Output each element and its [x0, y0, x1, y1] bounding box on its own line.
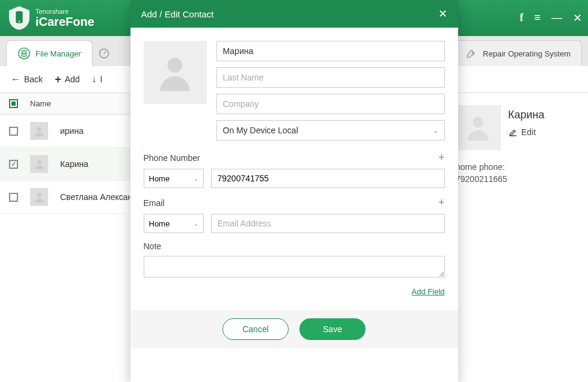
- modal-footer: Cancel Save: [130, 310, 458, 348]
- email-type-select[interactable]: Home⌄: [144, 214, 204, 233]
- modal-overlay: Add / Edit Contact ✕ On My Device Local …: [0, 0, 588, 382]
- email-section-label: Email +: [144, 196, 445, 209]
- svg-point-12: [168, 58, 183, 73]
- email-value-field[interactable]: [211, 214, 445, 233]
- modal-close-icon[interactable]: ✕: [438, 7, 447, 20]
- modal-avatar[interactable]: [144, 41, 207, 104]
- last-name-field[interactable]: [216, 67, 445, 88]
- chevron-down-icon: ⌄: [194, 220, 198, 227]
- location-select[interactable]: On My Device Local ⌄: [216, 120, 445, 141]
- add-field-link[interactable]: Add Field: [412, 287, 445, 296]
- add-phone-icon[interactable]: +: [438, 151, 445, 164]
- edit-contact-modal: Add / Edit Contact ✕ On My Device Local …: [130, 0, 458, 382]
- chevron-down-icon: ⌄: [194, 175, 198, 182]
- phone-type-select[interactable]: Home⌄: [144, 169, 204, 188]
- first-name-field[interactable]: [216, 41, 445, 61]
- note-field[interactable]: [144, 256, 445, 277]
- company-field[interactable]: [216, 94, 445, 114]
- chevron-down-icon: ⌄: [433, 127, 438, 135]
- location-value: On My Device Local: [223, 126, 298, 135]
- note-label: Note: [144, 241, 445, 251]
- phone-section-label: Phone Number +: [144, 151, 445, 164]
- save-button[interactable]: Save: [299, 318, 366, 340]
- add-email-icon[interactable]: +: [438, 196, 445, 209]
- modal-body: On My Device Local ⌄ Phone Number + Home…: [130, 28, 458, 310]
- modal-title: Add / Edit Contact: [141, 9, 214, 19]
- modal-header: Add / Edit Contact ✕: [130, 0, 458, 28]
- cancel-button[interactable]: Cancel: [222, 318, 289, 340]
- phone-value-field[interactable]: [211, 169, 445, 188]
